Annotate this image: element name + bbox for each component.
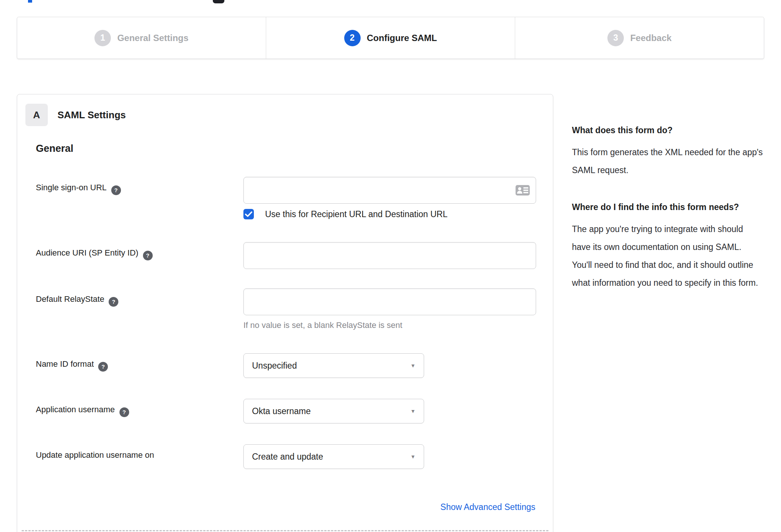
audience-uri-label: Audience URI (SP Entity ID)?: [36, 242, 243, 269]
checkmark-icon: [245, 211, 252, 217]
name-id-format-value: Unspecified: [252, 361, 297, 371]
name-id-format-label: Name ID format?: [36, 353, 243, 378]
application-username-select[interactable]: Okta username ▼: [243, 399, 424, 423]
section-a-badge: A: [25, 104, 48, 126]
caret-down-icon: ▼: [410, 408, 416, 414]
help-heading-what: What does this form do?: [572, 122, 763, 138]
help-icon[interactable]: ?: [143, 251, 153, 260]
audience-uri-control: [243, 242, 536, 269]
default-relaystate-input[interactable]: [243, 288, 536, 315]
help-icon[interactable]: ?: [109, 297, 118, 307]
audience-uri-input[interactable]: [243, 242, 536, 269]
update-app-username-value: Create and update: [252, 452, 323, 462]
step-label: General Settings: [117, 33, 189, 43]
main-content: A SAML Settings General Single sign-on U…: [0, 94, 781, 532]
application-username-value: Okta username: [252, 406, 311, 416]
application-username-label: Application username?: [36, 399, 243, 423]
field-row-application-username: Application username? Okta username ▼: [36, 399, 553, 423]
sso-url-label: Single sign-on URL?: [36, 177, 243, 219]
field-row-name-id-format: Name ID format? Unspecified ▼: [36, 353, 553, 378]
step-general-settings[interactable]: 1 General Settings: [17, 17, 266, 59]
step-configure-saml[interactable]: 2 Configure SAML: [266, 17, 515, 59]
help-icon[interactable]: ?: [119, 407, 129, 417]
audience-uri-label-text: Audience URI (SP Entity ID): [36, 248, 139, 257]
help-icon[interactable]: ?: [111, 185, 121, 195]
step-number-badge: 2: [344, 30, 361, 46]
recipient-url-checkbox-row: Use this for Recipient URL and Destinati…: [243, 209, 536, 219]
saml-settings-panel: A SAML Settings General Single sign-on U…: [17, 94, 553, 532]
wizard-stepper: 1 General Settings 2 Configure SAML 3 Fe…: [17, 17, 764, 59]
step-feedback[interactable]: 3 Feedback: [515, 17, 764, 59]
update-app-username-label: Update application username on: [36, 444, 243, 469]
recipient-url-checkbox[interactable]: [243, 209, 254, 219]
sso-url-control: Use this for Recipient URL and Destinati…: [243, 177, 536, 219]
recipient-url-checkbox-label: Use this for Recipient URL and Destinati…: [265, 209, 448, 219]
step-number-badge: 3: [607, 30, 624, 46]
cutoff-blue-tab-indicator: [28, 0, 32, 3]
help-icon[interactable]: ?: [98, 362, 108, 372]
relaystate-hint: If no value is set, a blank RelayState i…: [243, 320, 536, 330]
field-row-update-app-username: Update application username on Create an…: [36, 444, 553, 469]
default-relaystate-label-text: Default RelayState: [36, 294, 104, 304]
section-title: SAML Settings: [57, 109, 126, 121]
update-app-username-select[interactable]: Create and update ▼: [243, 444, 424, 469]
section-header: A SAML Settings: [25, 104, 126, 126]
caret-down-icon: ▼: [410, 454, 416, 460]
step-number-badge: 1: [94, 30, 111, 46]
name-id-format-select[interactable]: Unspecified ▼: [243, 353, 424, 378]
field-row-sso-url: Single sign-on URL?: [36, 177, 553, 219]
help-sidebar: What does this form do? This form genera…: [572, 94, 763, 312]
sso-url-input[interactable]: [243, 177, 536, 204]
contact-card-icon[interactable]: [515, 185, 530, 196]
general-group-title: General: [36, 143, 74, 154]
section-dashed-divider: [22, 530, 548, 531]
step-label: Feedback: [630, 33, 672, 43]
default-relaystate-label: Default RelayState?: [36, 288, 243, 330]
step-label: Configure SAML: [367, 33, 437, 43]
application-username-label-text: Application username: [36, 405, 115, 414]
default-relaystate-control: If no value is set, a blank RelayState i…: [243, 288, 536, 330]
sso-url-label-text: Single sign-on URL: [36, 183, 107, 192]
help-heading-where: Where do I find the info this form needs…: [572, 199, 763, 215]
caret-down-icon: ▼: [410, 363, 416, 369]
field-row-audience-uri: Audience URI (SP Entity ID)?: [36, 242, 553, 269]
cutoff-dark-icon: [213, 0, 224, 3]
field-row-default-relaystate: Default RelayState? If no value is set, …: [36, 288, 553, 330]
show-advanced-settings-link[interactable]: Show Advanced Settings: [441, 502, 535, 512]
name-id-format-label-text: Name ID format: [36, 359, 94, 369]
update-app-username-label-text: Update application username on: [36, 450, 154, 460]
help-body-what: This form generates the XML needed for t…: [572, 143, 763, 179]
help-body-where: The app you're trying to integrate with …: [572, 220, 763, 292]
